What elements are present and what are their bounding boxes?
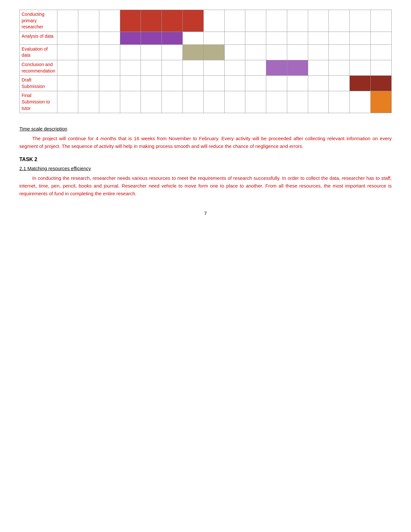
gantt-cell — [182, 91, 203, 113]
gantt-cell — [162, 32, 183, 44]
gantt-row-label: Analysis of data — [22, 34, 54, 39]
gantt-cell — [308, 44, 329, 60]
gantt-cell — [287, 91, 308, 113]
gantt-cell — [308, 91, 329, 113]
gantt-cell — [350, 91, 371, 113]
gantt-cell — [162, 60, 183, 75]
gantt-cell — [245, 10, 266, 32]
gantt-cell — [308, 32, 329, 44]
gantt-cell — [245, 91, 266, 113]
gantt-cell — [141, 91, 162, 113]
gantt-cell — [141, 32, 162, 44]
gantt-cell — [350, 44, 371, 60]
gantt-cell — [203, 91, 224, 113]
gantt-chart: Conducting primary researcherAnalysis of… — [19, 10, 392, 113]
task2-section: TASK 2 2.1 Matching resources efficiency… — [19, 157, 392, 198]
gantt-cell — [308, 76, 329, 91]
gantt-cell — [99, 76, 120, 91]
gantt-cell — [287, 10, 308, 32]
gantt-cell — [371, 44, 392, 60]
gantt-cell — [266, 32, 287, 44]
gantt-cell — [203, 10, 224, 32]
gantt-cell — [224, 10, 245, 32]
gantt-cell — [162, 10, 183, 32]
gantt-cell — [329, 91, 350, 113]
gantt-cell — [120, 91, 141, 113]
gantt-cell — [141, 10, 162, 32]
gantt-cell — [266, 44, 287, 60]
gantt-cell — [57, 76, 78, 91]
gantt-cell — [78, 32, 99, 44]
gantt-cell — [350, 76, 371, 91]
gantt-cell — [57, 91, 78, 113]
gantt-row-label: Final Submission to tutor — [22, 93, 50, 111]
gantt-cell — [182, 10, 203, 32]
gantt-cell — [99, 60, 120, 75]
time-scale-heading: Time scale description — [19, 126, 392, 131]
gantt-cell — [57, 10, 78, 32]
gantt-cell — [78, 60, 99, 75]
gantt-cell — [308, 60, 329, 75]
gantt-cell — [329, 60, 350, 75]
task2-heading: TASK 2 — [19, 157, 392, 162]
gantt-cell — [371, 10, 392, 32]
gantt-cell — [162, 76, 183, 91]
gantt-cell — [182, 76, 203, 91]
gantt-cell — [287, 60, 308, 75]
gantt-row-label: Conducting primary researcher — [22, 12, 44, 29]
gantt-cell — [78, 44, 99, 60]
gantt-cell — [182, 60, 203, 75]
gantt-cell — [141, 76, 162, 91]
gantt-cell — [350, 10, 371, 32]
gantt-cell — [245, 76, 266, 91]
gantt-cell — [57, 60, 78, 75]
gantt-cell — [371, 32, 392, 44]
gantt-cell — [99, 44, 120, 60]
gantt-cell — [287, 44, 308, 60]
gantt-cell — [203, 60, 224, 75]
gantt-cell — [99, 91, 120, 113]
gantt-cell — [287, 32, 308, 44]
task2-subheading: 2.1 Matching resources efficiency — [19, 166, 392, 171]
gantt-cell — [266, 76, 287, 91]
gantt-cell — [371, 76, 392, 91]
gantt-cell — [224, 44, 245, 60]
gantt-cell — [182, 44, 203, 60]
gantt-cell — [141, 44, 162, 60]
gantt-cell — [266, 10, 287, 32]
gantt-cell — [350, 60, 371, 75]
gantt-row-label: Draft Submission — [22, 77, 45, 89]
gantt-cell — [287, 76, 308, 91]
gantt-cell — [78, 91, 99, 113]
gantt-cell — [141, 60, 162, 75]
gantt-cell — [329, 44, 350, 60]
gantt-cell — [203, 32, 224, 44]
gantt-cell — [78, 10, 99, 32]
gantt-cell — [78, 76, 99, 91]
gantt-cell — [57, 44, 78, 60]
gantt-cell — [245, 60, 266, 75]
gantt-cell — [245, 32, 266, 44]
gantt-cell — [245, 44, 266, 60]
gantt-cell — [329, 32, 350, 44]
gantt-cell — [120, 60, 141, 75]
gantt-cell — [329, 76, 350, 91]
gantt-cell — [266, 91, 287, 113]
time-scale-section: Time scale description The project will … — [19, 126, 392, 150]
time-scale-paragraph: The project will continue for 4 months t… — [19, 135, 392, 150]
gantt-cell — [182, 32, 203, 44]
page-number: 7 — [19, 210, 392, 216]
gantt-cell — [224, 60, 245, 75]
gantt-cell — [224, 91, 245, 113]
gantt-row-label: Evaluation of data — [22, 46, 48, 58]
gantt-cell — [57, 32, 78, 44]
gantt-cell — [120, 10, 141, 32]
gantt-cell — [371, 60, 392, 75]
gantt-cell — [329, 10, 350, 32]
gantt-cell — [120, 76, 141, 91]
gantt-cell — [162, 91, 183, 113]
gantt-cell — [162, 44, 183, 60]
gantt-cell — [224, 76, 245, 91]
gantt-cell — [308, 10, 329, 32]
task2-paragraph: In conducting the research, researcher n… — [19, 174, 392, 198]
